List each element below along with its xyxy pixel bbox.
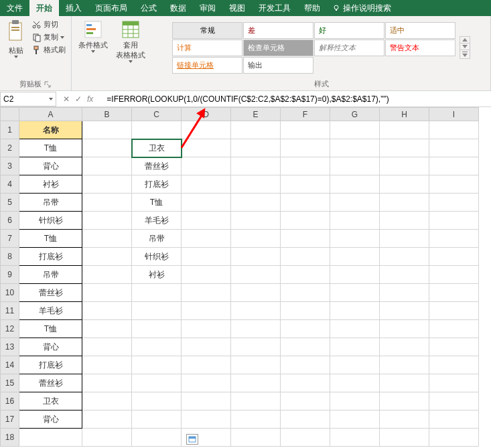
dialog-launcher-icon[interactable] (43, 80, 52, 89)
cell-A7[interactable]: T恤 (19, 230, 82, 248)
cell-A12[interactable]: T恤 (19, 320, 82, 338)
row-header-6[interactable]: 6 (1, 212, 19, 230)
cell-F5[interactable] (281, 194, 330, 212)
col-header-C[interactable]: C (132, 108, 182, 121)
cell-D17[interactable] (182, 410, 231, 429)
cell-D15[interactable] (182, 374, 231, 392)
row-header-9[interactable]: 9 (1, 266, 19, 284)
format-painter-button[interactable]: 格式刷 (31, 44, 67, 56)
cell-B3[interactable] (82, 157, 132, 175)
gallery-up-icon[interactable] (460, 37, 470, 43)
cell-A9[interactable]: 吊带 (19, 266, 82, 284)
row-header-2[interactable]: 2 (1, 139, 19, 157)
name-box[interactable]: C2 (0, 92, 56, 106)
cell-D5[interactable] (182, 194, 231, 212)
cell-H16[interactable] (380, 392, 429, 410)
cell-G10[interactable] (330, 284, 380, 302)
row-header-8[interactable]: 8 (1, 248, 19, 266)
col-header-H[interactable]: H (380, 108, 429, 121)
cell-H4[interactable] (380, 175, 429, 194)
select-all-corner[interactable] (1, 108, 19, 121)
col-header-G[interactable]: G (330, 108, 380, 121)
cell-H7[interactable] (380, 230, 429, 248)
cell-F1[interactable] (281, 121, 330, 139)
cancel-formula-icon[interactable]: ✕ (63, 94, 70, 104)
cell-E13[interactable] (231, 338, 281, 356)
cell-C17[interactable] (132, 410, 182, 429)
cell-H18[interactable] (380, 429, 429, 447)
menu-home[interactable]: 开始 (29, 0, 59, 16)
row-header-18[interactable]: 18 (1, 429, 19, 447)
style-output[interactable]: 输出 (243, 57, 313, 74)
cell-B4[interactable] (82, 175, 132, 194)
cell-H3[interactable] (380, 157, 429, 175)
cell-C1[interactable] (132, 121, 182, 139)
formula-bar[interactable] (104, 92, 491, 106)
cell-H10[interactable] (380, 284, 429, 302)
cell-G5[interactable] (330, 194, 380, 212)
cell-D2[interactable] (182, 139, 231, 157)
cell-B13[interactable] (82, 338, 132, 356)
cell-H12[interactable] (380, 320, 429, 338)
col-header-A[interactable]: A (19, 108, 82, 121)
cell-B9[interactable] (82, 266, 132, 284)
cell-D16[interactable] (182, 392, 231, 410)
row-header-12[interactable]: 12 (1, 320, 19, 338)
cell-I1[interactable] (429, 121, 479, 139)
cell-D4[interactable] (182, 175, 231, 194)
cell-G18[interactable] (330, 429, 380, 447)
menu-help[interactable]: 帮助 (297, 0, 327, 16)
cell-I4[interactable] (429, 175, 479, 194)
cell-B14[interactable] (82, 356, 132, 374)
cell-F14[interactable] (281, 356, 330, 374)
cell-A6[interactable]: 针织衫 (19, 212, 82, 230)
cell-A3[interactable]: 背心 (19, 157, 82, 175)
cell-G4[interactable] (330, 175, 380, 194)
cell-F15[interactable] (281, 374, 330, 392)
cell-C15[interactable] (132, 374, 182, 392)
cell-H8[interactable] (380, 248, 429, 266)
cell-E11[interactable] (231, 302, 281, 320)
cell-G13[interactable] (330, 338, 380, 356)
cell-A17[interactable]: 背心 (19, 410, 82, 429)
copy-button[interactable]: 复制 (31, 31, 67, 43)
row-header-14[interactable]: 14 (1, 356, 19, 374)
cell-E17[interactable] (231, 410, 281, 429)
cell-G11[interactable] (330, 302, 380, 320)
cell-F11[interactable] (281, 302, 330, 320)
cell-B7[interactable] (82, 230, 132, 248)
cell-D13[interactable] (182, 338, 231, 356)
cell-C18[interactable] (132, 429, 182, 447)
cell-E6[interactable] (231, 212, 281, 230)
style-explain[interactable]: 解释性文本 (314, 40, 384, 56)
cell-F12[interactable] (281, 320, 330, 338)
style-bad[interactable]: 差 (243, 22, 313, 39)
cell-C14[interactable] (132, 356, 182, 374)
cell-D7[interactable] (182, 230, 231, 248)
row-header-4[interactable]: 4 (1, 175, 19, 194)
cell-C8[interactable]: 针织衫 (132, 248, 182, 266)
cell-C7[interactable]: 吊带 (132, 230, 182, 248)
cell-A2[interactable]: T恤 (19, 139, 82, 157)
cell-F8[interactable] (281, 248, 330, 266)
row-header-17[interactable]: 17 (1, 410, 19, 429)
cell-H9[interactable] (380, 266, 429, 284)
cell-C13[interactable] (132, 338, 182, 356)
col-header-I[interactable]: I (429, 108, 479, 121)
row-header-11[interactable]: 11 (1, 302, 19, 320)
menu-view[interactable]: 视图 (222, 0, 252, 16)
cell-E15[interactable] (231, 374, 281, 392)
cell-H1[interactable] (380, 121, 429, 139)
cell-B5[interactable] (82, 194, 132, 212)
cell-F17[interactable] (281, 410, 330, 429)
cell-I3[interactable] (429, 157, 479, 175)
cell-G15[interactable] (330, 374, 380, 392)
menu-dev[interactable]: 开发工具 (252, 0, 297, 16)
cell-C3[interactable]: 蕾丝衫 (132, 157, 182, 175)
menu-data[interactable]: 数据 (163, 0, 193, 16)
cell-G6[interactable] (330, 212, 380, 230)
style-good[interactable]: 好 (314, 22, 384, 39)
col-header-B[interactable]: B (82, 108, 132, 121)
cell-B17[interactable] (82, 410, 132, 429)
cell-H13[interactable] (380, 338, 429, 356)
